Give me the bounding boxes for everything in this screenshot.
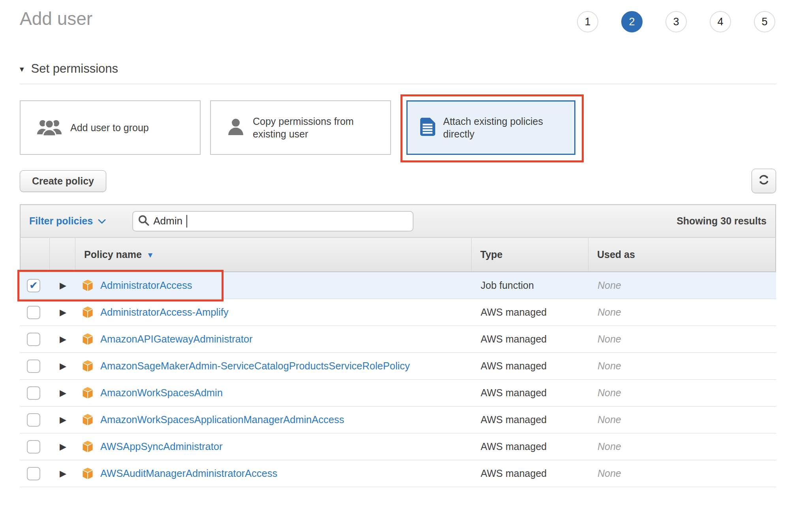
document-icon [420,118,435,137]
policy-name-link[interactable]: AmazonSageMakerAdmin-ServiceCatalogProdu… [100,360,410,372]
policies-table: Filter policies Admin Showing 30 resu [20,204,776,487]
header-policy-name[interactable]: Policy name ▼ [75,238,471,271]
people-group-icon [36,118,62,137]
expand-arrow-icon[interactable]: ▶ [60,469,66,478]
policy-type: AWS managed [472,307,547,318]
used-as-value: None [589,468,621,479]
table-row: ▶ AmazonWorkSpacesApplicationManagerAdmi… [20,407,776,433]
table-row: ▶ AmazonAPIGatewayAdministrator AWS mana… [20,326,776,353]
policy-cube-icon [82,440,93,453]
collapse-triangle-icon: ▾ [20,64,24,74]
policy-cube-icon [82,387,93,399]
policy-type: AWS managed [472,360,547,372]
header-checkbox-column [21,238,49,271]
policy-name-link[interactable]: AdministratorAccess [100,280,192,291]
expand-arrow-icon[interactable]: ▶ [60,281,66,290]
table-row: ▶ AmazonWorkSpacesAdmin AWS managed None [20,380,776,407]
policy-name-link[interactable]: AmazonWorkSpacesAdmin [100,387,223,399]
expand-arrow-icon[interactable]: ▶ [60,335,66,344]
policy-name-link[interactable]: AmazonWorkSpacesApplicationManagerAdminA… [100,414,344,425]
toolbar: Create policy [20,169,776,193]
table-row: ✔ ▶ AdministratorAccess Job function Non… [20,272,776,299]
table-body: ✔ ▶ AdministratorAccess Job function Non… [20,272,776,487]
used-as-value: None [589,414,621,425]
person-icon [227,118,245,137]
header-type: Type [471,238,588,271]
option-label: Add user to group [70,121,183,134]
row-checkbox[interactable]: ✔ [27,279,40,292]
table-header: Policy name ▼ Type Used as [20,237,776,272]
policy-cube-icon [82,333,93,345]
filter-bar: Filter policies Admin Showing 30 resu [20,204,776,237]
expand-arrow-icon[interactable]: ▶ [60,442,66,451]
check-icon: ✔ [29,280,38,290]
policy-type: AWS managed [472,468,547,479]
table-row: ▶ AmazonSageMakerAdmin-ServiceCatalogPro… [20,353,776,380]
page: Add user 12345 ▾ Set permissions [0,0,776,487]
policy-name-link[interactable]: AWSAppSyncAdministrator [100,441,222,452]
create-policy-button[interactable]: Create policy [20,170,106,192]
option-label: Attach existing policies directly [443,115,556,141]
policy-type: AWS managed [472,387,547,399]
table-row: ▶ AdministratorAccess-Amplify AWS manage… [20,299,776,326]
expand-arrow-icon[interactable]: ▶ [60,362,66,371]
used-as-value: None [589,360,621,372]
expand-arrow-icon[interactable]: ▶ [60,389,66,397]
row-checkbox[interactable] [27,386,40,400]
policy-type: AWS managed [472,441,547,452]
row-checkbox[interactable] [27,333,40,346]
filter-policies-dropdown[interactable]: Filter policies [29,215,106,227]
expand-arrow-icon[interactable]: ▶ [60,308,66,317]
row-checkbox[interactable] [27,413,40,427]
policy-cube-icon [82,360,93,372]
section-set-permissions[interactable]: ▾ Set permissions [20,62,776,76]
step-circle: 3 [665,11,687,32]
header-used-as: Used as [588,238,775,271]
policy-name-link[interactable]: AmazonAPIGatewayAdministrator [100,333,253,345]
policy-type: AWS managed [472,333,547,345]
step-circle: 1 [577,11,598,32]
policy-type: AWS managed [472,414,547,425]
option-copy-permissions[interactable]: Copy permissions from existing user [210,100,391,155]
expand-arrow-icon[interactable]: ▶ [60,416,66,424]
policy-cube-icon [82,306,93,318]
used-as-value: None [589,441,621,452]
page-title: Add user [20,9,92,29]
policy-cube-icon [82,414,93,426]
permission-options: Add user to group Copy permissions from … [20,94,776,162]
search-icon [138,215,149,228]
policy-cube-icon [82,467,93,480]
refresh-button[interactable] [752,169,776,193]
step-indicator: 12345 [577,11,775,32]
refresh-icon [757,173,770,188]
used-as-value: None [589,307,621,318]
used-as-value: None [589,280,621,291]
table-row: ▶ AWSAppSyncAdministrator AWS managed No… [20,433,776,460]
text-cursor [186,215,188,228]
used-as-value: None [589,333,621,345]
policy-name-link[interactable]: AWSAuditManagerAdministratorAccess [100,468,277,479]
step-circle: 2 [621,11,643,32]
row-checkbox[interactable] [27,467,40,480]
policy-type: Job function [472,280,534,291]
section-divider [20,84,776,84]
row-checkbox[interactable] [27,440,40,454]
step-circle: 4 [710,11,731,32]
policy-name-link[interactable]: AdministratorAccess-Amplify [100,307,229,318]
option-add-user-to-group[interactable]: Add user to group [20,100,201,155]
option-attach-existing-policies[interactable]: Attach existing policies directly [406,100,575,155]
sort-descending-icon: ▼ [147,251,154,260]
search-input[interactable]: Admin [132,211,414,232]
table-row: ▶ AWSAuditManagerAdministratorAccess AWS… [20,460,776,487]
policy-cube-icon [82,279,93,292]
results-count: Showing 30 results [677,215,767,227]
header-expand-column [49,238,75,271]
filter-policies-label: Filter policies [29,215,93,227]
used-as-value: None [589,387,621,399]
search-value: Admin [153,215,182,227]
step-circle: 5 [754,11,775,32]
row-checkbox[interactable] [27,306,40,319]
row-checkbox[interactable] [27,360,40,373]
page-header: Add user 12345 [20,9,776,32]
section-title-label: Set permissions [31,62,118,76]
